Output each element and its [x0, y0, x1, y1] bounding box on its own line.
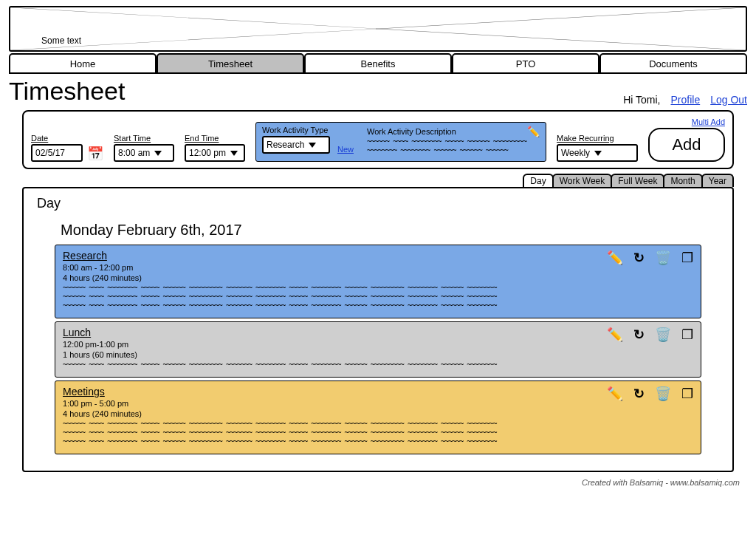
balsamiq-credit: Created with Balsamiq - www.balsamiq.com	[16, 478, 740, 487]
edit-icon[interactable]: ✏️	[607, 327, 623, 343]
activity-desc-label: Work Activity Description	[367, 127, 456, 136]
edit-desc-icon[interactable]: ✏️	[527, 126, 540, 137]
trash-icon[interactable]: 🗑️	[655, 386, 671, 402]
edit-icon[interactable]: ✏️	[607, 250, 623, 266]
greeting-text: Hi Tomi,	[623, 94, 660, 106]
view-tab-day[interactable]: Day	[523, 174, 553, 187]
end-time-select[interactable]: 12:00 pm	[185, 144, 245, 162]
view-tab-workweek[interactable]: Work Week	[552, 174, 613, 187]
calendar-icon[interactable]: 📅	[87, 146, 103, 162]
new-entry-panel: Date 02/5/17 📅 Start Time 8:00 am End Ti…	[22, 110, 734, 169]
main-nav: Home Timesheet Benefits PTO Documents	[9, 53, 747, 74]
activity-desc-text: ~~~~~~ ~~~~ ~~~~~~~~ ~~~~~ ~~~~~~ ~~~~~~…	[367, 137, 540, 155]
activity-type-select[interactable]: Research	[262, 136, 330, 154]
start-time-select[interactable]: 8:00 am	[114, 144, 174, 162]
timesheet-entry: ✏️↻🗑️❐Meetings1:00 pm - 5:00 pm4 hours (…	[55, 381, 701, 454]
day-label: Day	[37, 196, 722, 211]
tab-pto[interactable]: PTO	[452, 53, 599, 74]
date-heading: Monday February 6th, 2017	[61, 222, 722, 239]
copy-icon[interactable]: ❐	[681, 386, 693, 402]
view-tabs: Day Work Week Full Week Month Year	[22, 174, 734, 187]
header-banner: Some text	[9, 6, 747, 52]
page-title: Timesheet	[9, 77, 125, 106]
activity-block: Work Activity Type Research New Work Act…	[255, 122, 546, 162]
entry-title: Meetings	[63, 386, 693, 397]
entry-duration: 1 hours (60 minutes)	[63, 350, 693, 359]
date-input[interactable]: 02/5/17	[31, 144, 83, 162]
entry-duration: 4 hours (240 minutes)	[63, 273, 693, 282]
banner-text: Some text	[41, 35, 81, 46]
tab-benefits[interactable]: Benefits	[304, 53, 452, 74]
view-tab-fullweek[interactable]: Full Week	[611, 174, 664, 187]
timesheet-entry: ✏️↻🗑️❐Lunch12:00 pm-1:00 pm1 hours (60 m…	[55, 321, 701, 378]
redo-icon[interactable]: ↻	[633, 386, 645, 402]
day-panel: Day Monday February 6th, 2017 ✏️↻🗑️❐Rese…	[22, 187, 734, 472]
trash-icon[interactable]: 🗑️	[655, 250, 671, 266]
start-time-label: Start Time	[114, 134, 174, 143]
entry-title: Lunch	[63, 327, 693, 338]
entry-time: 12:00 pm-1:00 pm	[63, 340, 693, 349]
new-activity-link[interactable]: New	[337, 145, 354, 154]
tab-home[interactable]: Home	[9, 53, 157, 74]
entry-description: ~~~~~~ ~~~~ ~~~~~~~~ ~~~~~ ~~~~~~ ~~~~~~…	[63, 420, 693, 446]
entry-description: ~~~~~~ ~~~~ ~~~~~~~~ ~~~~~ ~~~~~~ ~~~~~~…	[63, 361, 693, 369]
end-time-label: End Time	[185, 134, 245, 143]
logout-link[interactable]: Log Out	[710, 94, 747, 106]
tab-documents[interactable]: Documents	[599, 53, 747, 74]
entry-duration: 4 hours (240 minutes)	[63, 409, 693, 418]
view-tab-year[interactable]: Year	[701, 174, 734, 187]
profile-link[interactable]: Profile	[670, 94, 700, 106]
multi-add-link[interactable]: Multi Add	[692, 117, 725, 126]
edit-icon[interactable]: ✏️	[607, 386, 623, 402]
entry-time: 1:00 pm - 5:00 pm	[63, 399, 693, 408]
activity-type-label: Work Activity Type	[262, 126, 354, 134]
entry-description: ~~~~~~ ~~~~ ~~~~~~~~ ~~~~~ ~~~~~~ ~~~~~~…	[63, 284, 693, 310]
recurring-label: Make Recurring	[557, 134, 638, 143]
redo-icon[interactable]: ↻	[633, 327, 645, 343]
recurring-select[interactable]: Weekly	[557, 144, 638, 162]
copy-icon[interactable]: ❐	[681, 250, 693, 266]
add-button[interactable]: Add	[648, 128, 725, 162]
timesheet-entry: ✏️↻🗑️❐Research8:00 am - 12:00 pm4 hours …	[55, 245, 701, 318]
entry-time: 8:00 am - 12:00 pm	[63, 263, 693, 272]
redo-icon[interactable]: ↻	[633, 250, 645, 266]
date-label: Date	[31, 134, 83, 143]
copy-icon[interactable]: ❐	[681, 327, 693, 343]
view-tab-month[interactable]: Month	[663, 174, 702, 187]
trash-icon[interactable]: 🗑️	[655, 327, 671, 343]
entry-title: Research	[63, 250, 693, 262]
tab-timesheet[interactable]: Timesheet	[157, 53, 304, 74]
